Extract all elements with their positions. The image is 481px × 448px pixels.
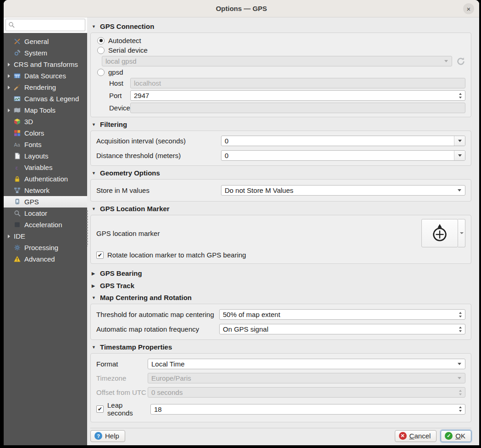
cancel-button[interactable]: ✕ Cancel [395, 430, 437, 442]
serial-device-radio[interactable] [97, 47, 105, 54]
sidebar-item-data-sources[interactable]: Data Sources [4, 70, 87, 82]
general-icon [14, 38, 21, 45]
map-centering-group: Threshold for automatic map centering 50… [90, 304, 471, 340]
help-button[interactable]: ? Help [90, 430, 125, 442]
section-header-gps-track[interactable]: ▶ GPS Track [92, 282, 471, 290]
rotation-frequency-spinbox[interactable]: On GPS signal [219, 324, 465, 334]
store-m-values-label: Store in M values [96, 186, 221, 194]
spin-up-button[interactable] [459, 312, 462, 314]
colors-icon [14, 130, 21, 137]
section-header-geometry-options[interactable]: ▼ Geometry Options [92, 169, 471, 177]
expand-arrow-icon[interactable] [6, 86, 14, 89]
sidebar-item-locator[interactable]: Locator [4, 208, 87, 219]
acquisition-interval-value: 0 [221, 137, 228, 145]
advanced-icon [14, 256, 21, 262]
ok-button[interactable]: ✓ OK [441, 430, 471, 442]
distance-threshold-value: 0 [221, 152, 228, 159]
section-header-filtering[interactable]: ▼ Filtering [92, 120, 471, 128]
sidebar-item-label: Map Tools [24, 106, 55, 114]
section-header-map-centering[interactable]: ▼ Map Centering and Rotation [92, 294, 471, 301]
sidebar-item-map-tools[interactable]: Map Tools [4, 104, 87, 116]
format-combo[interactable]: Local Time [148, 359, 465, 369]
expand-arrow-icon[interactable] [6, 109, 14, 112]
rotation-frequency-value: On GPS signal [220, 325, 268, 333]
section-header-timestamp[interactable]: ▼ Timestamp Properties [92, 343, 471, 351]
cancel-icon: ✕ [399, 432, 407, 440]
sidebar-item-ide[interactable]: IDE [4, 230, 87, 242]
sidebar-item-label: Network [24, 186, 50, 194]
titlebar[interactable]: Options — GPS × [4, 0, 479, 17]
sidebar-item-general[interactable]: General [4, 36, 87, 47]
sidebar-item-variables[interactable]: εVariables [4, 162, 87, 173]
autodetect-radio[interactable] [97, 37, 105, 44]
splitter-handle[interactable] [87, 210, 88, 246]
section-header-gps-connection[interactable]: ▼ GPS Connection [92, 22, 471, 30]
spin-down-button[interactable] [459, 316, 462, 317]
leap-seconds-value: 18 [151, 405, 162, 413]
sidebar-item-canvas-legend[interactable]: Canvas & Legend [4, 93, 87, 104]
host-input [130, 78, 465, 88]
sidebar-item-label: IDE [14, 232, 25, 240]
gps-location-marker-label: GPS location marker [96, 229, 160, 237]
format-label: Format [96, 360, 148, 368]
locator-icon [14, 210, 21, 217]
sidebar-item-system[interactable]: System [4, 47, 87, 59]
port-spinbox[interactable] [130, 90, 465, 101]
spin-up-button[interactable] [459, 327, 462, 328]
distance-threshold-combo[interactable]: 0 [221, 150, 465, 161]
host-label: Host [109, 79, 130, 87]
marker-dropdown-button[interactable] [458, 219, 465, 247]
sidebar-item-authentication[interactable]: Authentication [4, 173, 87, 185]
acquisition-interval-label: Acquisition interval (seconds) [96, 137, 221, 145]
options-dialog: Options — GPS × GeneralSystemCRS and Tra… [4, 0, 479, 445]
sidebar-item-crs-and-transforms[interactable]: CRS and Transforms [4, 59, 87, 70]
rotate-marker-checkbox[interactable]: ✔ [96, 251, 104, 259]
sidebar-item-processing[interactable]: Processing [4, 242, 87, 253]
sidebar-item-label: Rendering [24, 83, 56, 91]
close-button[interactable]: × [463, 3, 474, 14]
sidebar-item-network[interactable]: Network [4, 185, 87, 196]
marker-symbol-button[interactable] [421, 219, 458, 247]
processing-icon [14, 244, 21, 251]
expand-arrow-icon[interactable] [6, 235, 14, 238]
offset-utc-spinbox: 0 seconds [148, 387, 465, 398]
sidebar-item-label: Variables [24, 164, 52, 171]
dialog-footer: ? Help ✕ Cancel ✓ OK [90, 428, 471, 445]
expand-arrow-icon[interactable] [6, 74, 14, 78]
section-header-gps-location-marker[interactable]: ▼ GPS Location Marker [92, 205, 471, 213]
combo-dropdown-button[interactable] [454, 136, 465, 146]
spin-up-button[interactable] [459, 93, 462, 95]
combo-dropdown-button[interactable] [454, 151, 465, 160]
sidebar-item-acceleration[interactable]: Acceleration [4, 219, 87, 230]
sidebar-item-label: CRS and Transforms [14, 60, 78, 68]
collapse-arrow-icon: ▼ [92, 207, 96, 211]
centering-threshold-spinbox[interactable]: 50% of map extent [219, 309, 465, 320]
search-input[interactable] [6, 19, 85, 31]
sidebar-item-layouts[interactable]: Layouts [4, 150, 87, 162]
sidebar-item-advanced[interactable]: Advanced [4, 253, 87, 265]
sidebar-item-label: System [24, 49, 47, 57]
sidebar-item-3d[interactable]: 3D [4, 116, 87, 127]
sidebar-item-rendering[interactable]: Rendering [4, 82, 87, 93]
acquisition-interval-combo[interactable]: 0 [221, 136, 465, 146]
sidebar-item-colors[interactable]: Colors [4, 127, 87, 139]
expand-arrow-icon[interactable] [6, 63, 14, 66]
serial-device-combo: local gpsd [102, 56, 452, 66]
sidebar-item-gps[interactable]: GPS [4, 196, 87, 208]
offset-utc-value: 0 seconds [148, 388, 182, 396]
spin-down-button[interactable] [459, 97, 462, 98]
system-icon [14, 49, 21, 56]
spin-up-button[interactable] [459, 406, 462, 408]
leap-seconds-checkbox[interactable]: ✔ [96, 405, 104, 413]
spin-down-button[interactable] [459, 410, 462, 412]
collapse-arrow-icon: ▼ [92, 345, 96, 350]
section-title: GPS Bearing [100, 269, 142, 277]
leap-seconds-spinbox[interactable]: 18 [150, 404, 465, 415]
store-m-values-combo[interactable]: Do not Store M Values [221, 185, 465, 196]
spin-down-button[interactable] [459, 330, 462, 332]
section-title: GPS Location Marker [100, 205, 170, 213]
section-header-gps-bearing[interactable]: ▶ GPS Bearing [92, 269, 471, 277]
leap-seconds-label: Leap seconds [107, 401, 148, 417]
sidebar-item-fonts[interactable]: AaFonts [4, 139, 87, 150]
gpsd-radio[interactable] [97, 69, 105, 76]
